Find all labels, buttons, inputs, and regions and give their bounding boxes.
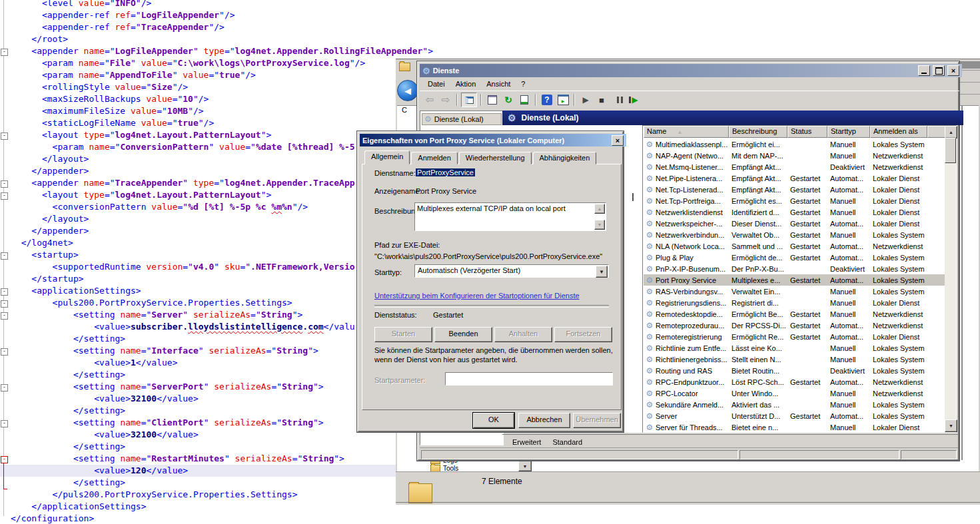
table-row[interactable]: ⚙RemoteregistrierungErmöglicht Re...Gest… <box>644 331 945 342</box>
minimize-button[interactable] <box>918 65 930 76</box>
menu-item-aktion[interactable]: Aktion <box>450 78 482 90</box>
starttype-combobox[interactable]: Automatisch (Verzögerter Start) ▼ <box>414 264 609 278</box>
combo-dropdown-button[interactable]: ▼ <box>518 461 532 471</box>
cell-starttype: Automat... <box>827 220 870 228</box>
startparam-input[interactable] <box>445 372 613 386</box>
column-header-2[interactable]: Status <box>787 126 827 138</box>
table-row[interactable]: ⚙Richtlinienergebniss...Stellt einen N..… <box>644 354 945 365</box>
tab-allgemein[interactable]: Allgemein <box>364 150 410 164</box>
stop-service-button[interactable]: ■ <box>594 93 609 107</box>
scroll-up-button[interactable]: ▲ <box>945 126 957 138</box>
table-row[interactable]: ⚙Sekundäre Anmeld...Aktiviert das ...Man… <box>644 399 945 410</box>
startoptions-help-link[interactable]: Unterstützung beim Konfigurieren der Sta… <box>374 292 580 300</box>
close-button[interactable]: × <box>947 65 959 76</box>
textarea-scroll-down[interactable]: ▼ <box>594 220 605 230</box>
fold-toggle[interactable]: - <box>1 348 8 356</box>
column-header-3[interactable]: Starttyp <box>827 126 870 138</box>
table-row[interactable]: ⚙Registrierungsdiens...Registriert di...… <box>644 297 945 308</box>
view-tab-standard[interactable]: Standard <box>544 437 590 448</box>
refresh-button[interactable]: ↻ <box>501 93 516 107</box>
cell-starttype: Manuell <box>827 356 870 364</box>
cell-description: Multiplexes e... <box>729 276 787 284</box>
table-row[interactable]: ⚙NAP-Agent (Netwo...Mit dem NAP-...Manue… <box>644 150 945 161</box>
fold-toggle[interactable]: - <box>1 192 8 200</box>
table-row[interactable]: ⚙RPC-LocatorUnter Windo...ManuellNetzwer… <box>644 388 945 399</box>
scroll-down-icon: ▼ <box>949 423 953 428</box>
vertical-scrollbar[interactable]: ▲ ▼ <box>945 126 956 432</box>
beenden-button[interactable]: Beenden <box>434 327 492 342</box>
restart-service-button[interactable]: ▶ <box>626 93 641 107</box>
table-row[interactable]: ⚙Net.Tcp-Listenerad...Empfängt Akt...Ges… <box>644 184 945 195</box>
fold-toggle[interactable]: - <box>1 384 8 392</box>
table-row[interactable]: ⚙Server für Threads...Bietet eine n...Ma… <box>644 421 945 433</box>
back-nav-button[interactable]: ◀ <box>397 80 418 101</box>
tab-anmelden[interactable]: Anmelden <box>411 152 458 164</box>
help-button[interactable]: ? <box>540 93 554 107</box>
tab-wiederherstellung[interactable]: Wiederherstellung <box>459 152 532 164</box>
maximize-button[interactable] <box>933 65 945 76</box>
service-gear-icon: ⚙ <box>644 196 656 206</box>
start-service-button[interactable]: ▶ <box>578 93 593 107</box>
table-row[interactable]: ⚙RPC-Endpunktzuor...Löst RPC-Sch...Gesta… <box>644 376 945 388</box>
column-header-4[interactable]: Anmelden als <box>870 126 927 138</box>
abbrechen-button[interactable]: Abbrechen <box>518 413 570 428</box>
fold-toggle[interactable]: - <box>1 252 8 260</box>
table-row[interactable]: ⚙ServerUnterstützt D...GestartetAutomat.… <box>644 410 945 421</box>
fold-toggle[interactable]: - <box>1 49 8 56</box>
tree-item-dienste-lokal[interactable]: ⚙ Dienste (Lokal) <box>422 113 502 125</box>
fold-toggle[interactable]: - <box>1 300 8 308</box>
table-row[interactable]: ⚙PnP-X-IP-Busenum...Der PnP-X-Bu...Deakt… <box>644 263 945 274</box>
cell-starttype: Automat... <box>827 242 870 250</box>
fold-toggle[interactable]: - <box>1 180 8 188</box>
table-row[interactable]: ⚙RAS-Verbindungsv...Verwaltet Ein...Manu… <box>644 286 945 297</box>
cell-name: ⚙Registrierungsdiens... <box>644 298 729 308</box>
ok-button[interactable]: OK <box>473 413 514 428</box>
table-row[interactable]: ⚙Multimediaklassenpl...Ermöglicht ei...M… <box>644 138 945 150</box>
table-row[interactable]: ⚙NetzwerklistendienstIdentifiziert d...G… <box>644 206 945 218</box>
combo-dropdown-button[interactable]: ▼ <box>596 266 608 278</box>
table-row[interactable]: ⚙Remoteprozedurau...Der RPCSS-Di...Gesta… <box>644 320 945 331</box>
forward-button[interactable]: ⇨ <box>438 93 453 107</box>
table-row[interactable]: ⚙Net.Pipe-Listenera...Empfängt Akt...Ges… <box>644 172 945 184</box>
table-row[interactable]: ⚙Richtlinie zum Entfe...Lässt eine Ko...… <box>644 342 945 354</box>
description-textarea[interactable]: Multiplexes external TCP/IP data on loca… <box>414 202 606 231</box>
export-list-button[interactable] <box>517 93 532 107</box>
back-button[interactable]: ⇦ <box>422 93 437 107</box>
tab-abhängigkeiten[interactable]: Abhängigkeiten <box>533 152 597 164</box>
table-row[interactable]: ⚙Plug & PlayErmöglicht de...GestartetAut… <box>644 252 945 263</box>
extended-view-button[interactable]: ▶ <box>556 93 570 107</box>
fold-toggle[interactable]: - <box>1 312 8 320</box>
table-row[interactable]: ⚙Routing und RASBietet Routin...Deaktivi… <box>644 365 945 376</box>
scrollbar-thumb[interactable] <box>945 138 956 163</box>
table-row[interactable]: ⚙NLA (Network Loca...Sammelt und ...Gest… <box>644 240 945 252</box>
menu-item-?[interactable]: ? <box>516 78 530 90</box>
menu-item-ansicht[interactable]: Ansicht <box>481 78 516 90</box>
pause-service-button[interactable] <box>610 93 625 107</box>
menu-item-datei[interactable]: Datei <box>422 78 450 90</box>
table-row[interactable]: ⚙Port Proxy ServiceMultiplexes e...Gesta… <box>644 274 945 286</box>
textarea-scroll-up[interactable]: ▲ <box>594 204 605 214</box>
scroll-down-button[interactable]: ▼ <box>945 419 957 432</box>
column-header-1[interactable]: Beschreibung <box>729 126 787 138</box>
table-row[interactable]: ⚙Netzwerkspeicher-...Dieser Dienst...Ges… <box>644 218 945 229</box>
column-header-name[interactable]: Name ▲ <box>644 126 729 138</box>
dialog-close-button[interactable]: × <box>612 135 624 146</box>
fold-toggle[interactable]: - <box>1 456 8 463</box>
services-list[interactable]: Name ▲BeschreibungStatusStarttypAnmelden… <box>642 125 957 433</box>
dialog-titlebar[interactable]: Eigenschaften von Port Proxy Service (Lo… <box>360 134 626 146</box>
show-console-tree-button[interactable] <box>461 93 477 107</box>
fold-toggle[interactable]: - <box>1 288 8 296</box>
fold-toggle[interactable]: - <box>1 420 8 427</box>
table-row[interactable]: ⚙Net.Tcp-Portfreiga...Ermöglicht es...Ge… <box>644 195 945 206</box>
view-tab-erweitert[interactable]: Erweitert <box>504 437 549 448</box>
table-row[interactable]: ⚙Remotedesktopdie...Ermöglicht Be...Gest… <box>644 308 945 320</box>
services-window-titlebar[interactable]: ⚙ Dienste × <box>420 64 962 77</box>
splitter-handle[interactable] <box>632 193 634 201</box>
table-row[interactable]: ⚙Netzwerkverbindun...Verwaltet Ob...Gest… <box>644 229 945 240</box>
service-name-value[interactable]: PortProxyService <box>416 168 475 176</box>
fold-toggle[interactable]: - <box>1 132 8 140</box>
properties-button[interactable] <box>485 93 500 107</box>
table-row[interactable]: ⚙Net.Msmq-Listener...Empfängt Akt...Deak… <box>644 161 945 172</box>
code-line: </setting> <box>11 441 125 453</box>
exe-path-label: Pfad zur EXE-Datei: <box>374 241 440 249</box>
